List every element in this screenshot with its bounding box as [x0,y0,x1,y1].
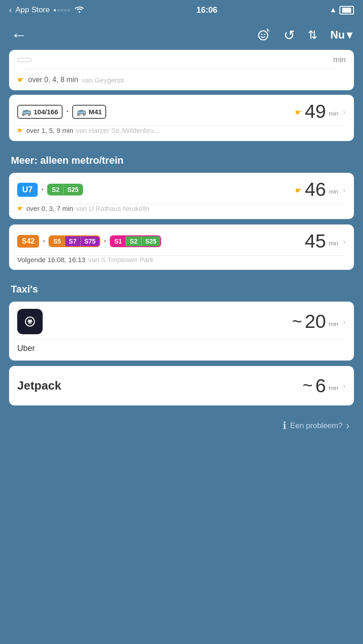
metro-card-u7[interactable]: U7 · S2 S25 ☛ 46 min › ☛ over 0, 3, 7 mi… [9,173,354,219]
location-icon: ▲ [329,6,337,14]
time-display-1: ☛ 49 min › [295,102,346,121]
status-right: ▲ [329,6,354,15]
metro-card2-main-row: S42 · S5 S7 S75 · S1 S2 S25 45 min [9,224,354,255]
metro-card1-footer: ☛ over 0, 3, 7 min van U Rathaus Neuköll… [9,204,354,219]
section-taxi-header: Taxi's [9,275,354,302]
report-info-icon: ℹ [283,420,286,432]
refresh-icon[interactable]: ↺ [284,27,295,43]
nav-right-icons: ↺ ⇅ Nu ▾ [256,27,352,43]
s2-badge: S2 [48,185,63,195]
time-number-metro2: 45 [305,232,326,251]
u7-label: U7 [22,185,33,195]
uber-time-display: ~ 20 min › [292,312,346,332]
bus-icon: 🚌 [22,107,31,117]
chevron-right-metro1: › [343,185,346,195]
s2-badge-2: S2 [126,236,141,246]
bus-icon-2: 🚌 [77,107,86,117]
jetpack-card[interactable]: Jetpack ~ 6 min › [9,366,354,405]
report-problem-row[interactable]: ℹ Een probleem? › [9,411,354,445]
partial-footer-text: over 0, 4, 8 min [28,76,78,84]
metro2-footer-text: Volgende 16:08, 16:13 [17,256,85,263]
jetpack-time-display: ~ 6 min › [303,376,346,395]
chevron-right-1: › [343,107,346,117]
signal-dots: ●○○○○ [54,7,71,13]
uber-time-unit: min [329,321,338,329]
bus-label: 104/166 [34,108,58,116]
bus-card-104[interactable]: 🚌 104/166 · 🚌 M41 ☛ 49 min › ☛ ov [9,95,354,141]
svg-point-0 [259,31,268,40]
chevron-left-icon: ‹ [9,5,12,15]
time-display-metro1: ☛ 46 min › [295,180,346,199]
bus-badge-104-166: 🚌 104/166 [17,105,63,119]
uber-name: Uber [9,339,354,361]
time-unit-metro2: min [329,240,338,249]
uber-time-number: 20 [305,312,326,331]
status-left: ‹ App Store ●○○○○ [9,5,84,15]
battery-icon [339,6,354,15]
status-bar: ‹ App Store ●○○○○ 16:06 ▲ [0,0,363,20]
app-store-label: App Store [15,5,50,15]
dot-sep-metro2a: · [43,237,45,246]
metro2-footer-location: van S Treptower Park [88,256,153,263]
face-config-icon[interactable] [256,28,271,42]
dot-sep-metro1: · [41,185,44,195]
sort-icon[interactable]: ⇅ [308,28,318,42]
wifi-icon-metro1: ☛ [295,185,302,199]
s25-badge-2: S25 [141,236,160,246]
time-unit-1: min [329,110,338,119]
metro-badges-1: U7 · S2 S25 [17,183,83,197]
nav-bar: ← ↺ ⇅ Nu ▾ [0,20,363,50]
wifi-time-icon: ☛ [17,75,25,85]
s42-label: S42 [22,237,34,245]
uber-card[interactable]: ~ 20 min › Uber [9,302,354,361]
main-content: min ☛ over 0, 4, 8 min van Geygerstr. 🚌 … [0,50,363,454]
svg-point-1 [261,34,263,35]
jetpack-name: Jetpack [17,379,61,393]
s75-badge: S75 [80,236,99,246]
chevron-right-uber: › [343,317,346,327]
subtext-icon-metro1: ☛ [17,204,24,213]
time-unit-metro1: min [329,188,338,197]
card1-footer: ☛ over 1, 5, 9 min van Harzer Str./Wilde… [9,126,354,141]
card1-footer-text: over 1, 5, 9 min [26,127,73,134]
metro1-footer-location: van U Rathaus Neukölln [76,205,149,212]
metro-card1-main-row: U7 · S2 S25 ☛ 46 min › [9,173,354,204]
metro1-footer-text: over 0, 3, 7 min [26,205,73,212]
s7-badge: S7 [65,236,80,246]
now-selector[interactable]: Nu ▾ [330,29,352,41]
partial-footer-location: van Geygerstr. [82,76,126,84]
sbahn-group-s1-s2-s25: S1 S2 S25 [110,235,161,247]
back-button[interactable]: ← [11,27,27,43]
s1-badge: S1 [111,236,126,246]
report-text: Een probleem? [290,421,342,430]
dot-sep-metro2b: · [104,237,106,246]
metro-card2-footer: Volgende 16:08, 16:13 van S Treptower Pa… [9,256,354,270]
time-number-metro1: 46 [305,180,326,199]
route-badges: 🚌 104/166 · 🚌 M41 [17,105,106,119]
bus-badge-m41: 🚌 M41 [72,105,106,119]
dot-separator: · [66,107,69,117]
bus-label-2: M41 [88,108,102,116]
jetpack-main-row: Jetpack ~ 6 min › [9,366,354,405]
now-label: Nu [330,29,345,41]
uber-main-row: ~ 20 min › [9,302,354,339]
partial-min: min [334,55,346,64]
partial-top-card: min ☛ over 0, 4, 8 min van Geygerstr. [9,50,354,90]
section-metro-header: Meer: alleen metro/trein [9,146,354,173]
jetpack-time-number: 6 [315,376,326,395]
sbahn-group-s5-s7-s75: S5 S7 S75 [49,235,100,247]
status-time: 16:06 [196,5,217,15]
report-chevron: › [346,420,349,432]
jetpack-tilde: ~ [303,376,313,395]
wifi-icon-time: ☛ [295,107,302,121]
s25-badge: S25 [63,185,82,195]
time-number-1: 49 [305,102,326,121]
partial-badge [17,58,32,62]
jetpack-time-unit: min [329,385,338,393]
chevron-right-jetpack: › [343,381,346,391]
partial-footer: ☛ over 0, 4, 8 min van Geygerstr. [17,69,346,90]
u7-badge: U7 [17,183,38,197]
metro-badges-2: S42 · S5 S7 S75 · S1 S2 S25 [17,235,161,248]
metro-card-s42[interactable]: S42 · S5 S7 S75 · S1 S2 S25 45 min [9,224,354,270]
card1-footer-location: van Harzer Str./Wildenbru... [76,127,159,134]
